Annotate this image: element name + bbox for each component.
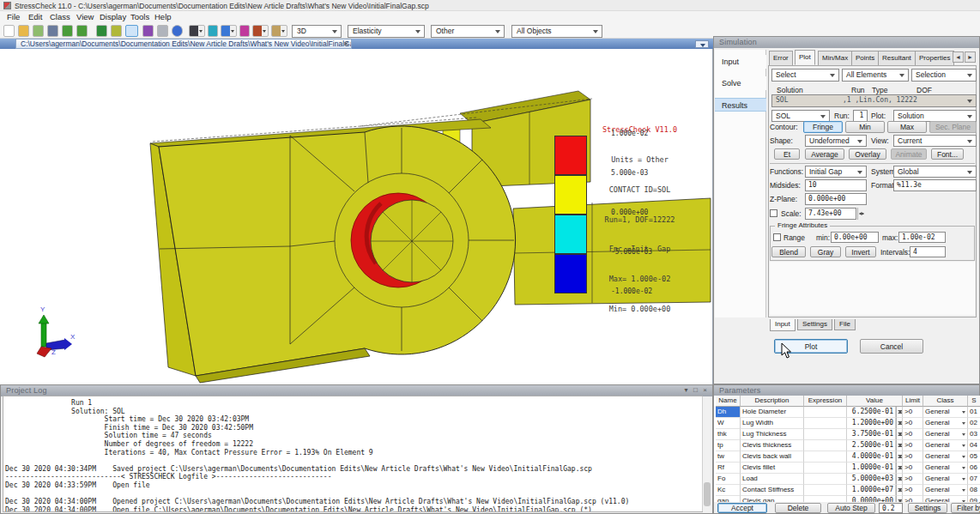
param-name-cell[interactable]: Kc bbox=[716, 485, 741, 496]
bottom-tab-input[interactable]: Input bbox=[770, 319, 795, 331]
model-viewport[interactable]: StressCheck V11.0 Units = Other CONTACT … bbox=[0, 49, 713, 384]
max-button[interactable]: Max bbox=[887, 121, 927, 133]
param-value-spinner[interactable] bbox=[896, 418, 903, 429]
sec-plane-button[interactable]: Sec. Plane bbox=[929, 121, 977, 133]
intervals-input[interactable]: 4 bbox=[910, 246, 946, 257]
format-input[interactable]: %11.3e bbox=[893, 179, 977, 191]
tab-minmax[interactable]: Min/Max bbox=[818, 51, 852, 65]
project-log-body[interactable]: Run 1 Solution: SOL Start time = Dec 30 … bbox=[3, 396, 703, 512]
param-value-spinner[interactable] bbox=[896, 496, 903, 502]
param-desc-cell[interactable]: Lug Thickness bbox=[741, 429, 804, 440]
sim-nav-solve[interactable]: Solve bbox=[715, 76, 766, 90]
param-value-cell[interactable]: 5.0000e+03 bbox=[847, 474, 896, 485]
solution-record-combo[interactable]: SOL ,1 ,Lin.Con, 12222 bbox=[771, 94, 977, 107]
average-button[interactable]: Average bbox=[805, 148, 844, 160]
param-expr-cell[interactable] bbox=[804, 451, 847, 463]
step-input[interactable]: 0.2 bbox=[879, 503, 903, 513]
param-value-cell[interactable]: 3.7500e-01 bbox=[847, 429, 896, 440]
select-method-combo[interactable]: Selection bbox=[911, 69, 977, 82]
param-class-cell[interactable]: General bbox=[923, 463, 968, 474]
param-expr-cell[interactable] bbox=[804, 407, 847, 418]
tab-resultant[interactable]: Resultant bbox=[878, 51, 916, 65]
menu-help[interactable]: Help bbox=[149, 11, 177, 23]
param-value-cell[interactable]: 1.2000e+00 bbox=[847, 418, 896, 429]
param-limit-cell[interactable]: >0 bbox=[903, 451, 923, 463]
max-input[interactable]: 1.00e-02 bbox=[898, 232, 946, 243]
midsides-input[interactable]: 10 bbox=[805, 179, 867, 191]
range-checkbox[interactable] bbox=[773, 233, 781, 241]
invert-button[interactable]: Invert bbox=[845, 246, 876, 257]
param-limit-cell[interactable]: >0 bbox=[903, 485, 923, 496]
blend-button[interactable]: Blend bbox=[771, 246, 806, 257]
fringe-button[interactable]: Fringe bbox=[803, 121, 843, 133]
param-class-cell[interactable]: General bbox=[923, 407, 968, 418]
param-value-cell[interactable]: 2.5000e-01 bbox=[847, 440, 896, 451]
filter-by-class-button[interactable]: Filter by Class bbox=[951, 503, 980, 513]
param-expr-cell[interactable] bbox=[804, 496, 847, 502]
param-class-cell[interactable]: General bbox=[923, 429, 968, 440]
param-class-cell[interactable]: General bbox=[923, 418, 968, 429]
param-limit-cell[interactable]: >0 bbox=[903, 418, 923, 429]
param-desc-cell[interactable]: Hole Diameter bbox=[741, 407, 804, 418]
results-book-icon[interactable] bbox=[111, 25, 122, 37]
tab-properties[interactable]: Properties bbox=[915, 51, 954, 65]
min-button[interactable]: Min bbox=[845, 121, 885, 133]
col-limit[interactable]: Limit bbox=[903, 396, 923, 407]
section-tool-icon[interactable] bbox=[208, 25, 218, 37]
select-scope-combo[interactable]: All Elements bbox=[842, 69, 909, 82]
tab-error[interactable]: Error bbox=[769, 51, 793, 65]
snapshot-menu-icon[interactable] bbox=[271, 25, 287, 37]
bottom-tab-settings[interactable]: Settings bbox=[797, 319, 832, 330]
param-name-cell[interactable]: W bbox=[716, 418, 741, 429]
new-file-icon[interactable] bbox=[3, 25, 15, 37]
notes-icon[interactable] bbox=[142, 25, 154, 37]
param-expr-cell[interactable] bbox=[804, 429, 847, 440]
param-name-cell[interactable]: gap bbox=[716, 496, 741, 502]
log-close-icon[interactable]: × bbox=[701, 386, 709, 394]
plot-type-combo[interactable]: Solution bbox=[893, 110, 977, 122]
units-combo[interactable]: Other bbox=[431, 25, 505, 38]
col-desc[interactable]: Description bbox=[741, 396, 804, 407]
param-name-cell[interactable]: Rf bbox=[716, 463, 741, 474]
col-value[interactable]: Value bbox=[847, 396, 903, 407]
param-value-spinner[interactable] bbox=[896, 485, 903, 496]
display-toggle-icon[interactable] bbox=[125, 25, 138, 37]
log-menu-icon[interactable]: ▾ bbox=[682, 386, 690, 394]
param-expr-cell[interactable] bbox=[804, 474, 847, 485]
param-class-cell[interactable]: General bbox=[923, 474, 968, 485]
objects-combo[interactable]: All Objects bbox=[511, 25, 602, 38]
tab-scroll-left-icon[interactable]: ◄ bbox=[953, 51, 964, 63]
mesh-menu-icon[interactable] bbox=[189, 25, 205, 37]
settings-button[interactable]: Settings bbox=[908, 503, 947, 513]
font-button[interactable]: Font... bbox=[931, 148, 964, 160]
log-scrollbar[interactable] bbox=[702, 396, 711, 511]
import-icon[interactable] bbox=[33, 25, 44, 37]
export-model-icon[interactable] bbox=[62, 25, 73, 37]
param-limit-cell[interactable]: >0 bbox=[903, 407, 923, 418]
col-s[interactable]: S bbox=[968, 396, 980, 407]
param-value-cell[interactable]: 0.0000e+00 bbox=[847, 496, 896, 502]
loads-menu-icon[interactable] bbox=[252, 25, 269, 37]
param-expr-cell[interactable] bbox=[804, 440, 847, 451]
accept-button[interactable]: Accept bbox=[717, 503, 767, 513]
param-expr-cell[interactable] bbox=[804, 418, 847, 429]
param-desc-cell[interactable]: Clevis thickness bbox=[741, 440, 804, 451]
param-value-cell[interactable]: 4.0000e-01 bbox=[847, 451, 896, 463]
cancel-button[interactable]: Cancel bbox=[860, 339, 923, 354]
param-desc-cell[interactable]: Clevis gap bbox=[741, 496, 804, 502]
scale-input[interactable]: 7.43e+00 bbox=[805, 208, 856, 220]
param-class-cell[interactable]: General bbox=[923, 485, 968, 496]
close-tab-icon[interactable]: × bbox=[344, 39, 348, 48]
tab-scroll-right-icon[interactable]: ► bbox=[965, 51, 976, 63]
param-desc-cell[interactable]: Clevis back wall bbox=[741, 451, 804, 463]
param-value-cell[interactable]: 1.0000e-01 bbox=[847, 463, 896, 474]
document-tab[interactable]: C:\Users\agerman\Documents\Documentation… bbox=[15, 39, 352, 49]
zplane-input[interactable]: 0.000e+00 bbox=[805, 193, 867, 205]
sim-nav-results[interactable]: Results bbox=[715, 98, 766, 112]
solution-combo[interactable]: SOL bbox=[771, 110, 830, 122]
param-value-cell[interactable]: 6.2500e-01 bbox=[847, 407, 896, 418]
col-name[interactable]: Name bbox=[716, 396, 741, 407]
et-button[interactable]: Et bbox=[774, 148, 800, 160]
menu-file[interactable]: File bbox=[2, 11, 25, 23]
bottom-tab-file[interactable]: File bbox=[834, 319, 856, 330]
